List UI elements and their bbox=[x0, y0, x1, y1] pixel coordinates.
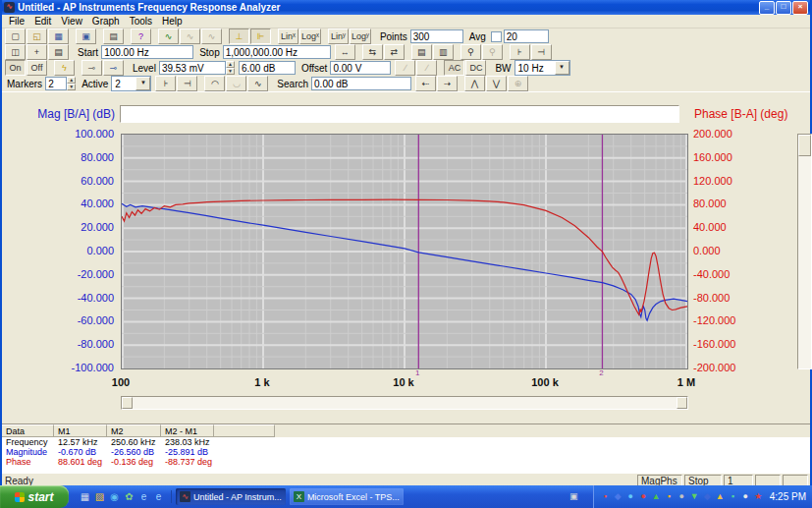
marker-right-limit-button[interactable]: ⊣ bbox=[177, 76, 197, 91]
level-db-input[interactable] bbox=[239, 61, 296, 75]
bw-dropdown[interactable]: 10 Hz ▼ bbox=[514, 60, 570, 76]
table-header-extra[interactable] bbox=[214, 424, 275, 437]
lin-y-button[interactable]: Linʸ bbox=[328, 28, 349, 44]
maximize-button[interactable]: □ bbox=[776, 1, 791, 15]
level-input[interactable] bbox=[159, 61, 226, 75]
marker-label-1[interactable]: 1 bbox=[415, 368, 419, 377]
pan-left-button[interactable]: ⇆ bbox=[362, 44, 383, 60]
probe-a-button[interactable]: ⊸ bbox=[81, 60, 102, 76]
bw-dropdown-arrow-icon[interactable]: ▼ bbox=[555, 61, 569, 75]
log-x-button[interactable]: Logˣ bbox=[299, 28, 321, 44]
sweep-file-button[interactable]: ▤ bbox=[48, 44, 69, 60]
burst-mode-button[interactable]: ϟ bbox=[54, 60, 75, 76]
tray-removable-icon[interactable]: ▣ bbox=[568, 491, 579, 502]
rising-edge-button[interactable]: ⋀ bbox=[464, 76, 485, 91]
table-header-data[interactable]: Data bbox=[2, 424, 54, 437]
vertical-pan-slider[interactable] bbox=[797, 134, 812, 369]
menu-graph[interactable]: Graph bbox=[87, 16, 125, 27]
avg-checkbox[interactable] bbox=[491, 31, 502, 42]
bode-plot[interactable] bbox=[121, 134, 688, 369]
quicklaunch-messenger-icon[interactable]: ✿ bbox=[123, 490, 135, 503]
mag-axis-toggle-button[interactable]: ⊥ bbox=[229, 28, 249, 44]
show-graph-button[interactable]: ∿ bbox=[158, 28, 179, 44]
tray-icon-6[interactable]: ▪ bbox=[664, 491, 675, 502]
sweep-setup-button[interactable]: ◫ bbox=[5, 44, 26, 60]
tray-icon-1[interactable]: ▪ bbox=[600, 491, 611, 502]
marker-label-2[interactable]: 2 bbox=[599, 368, 603, 377]
start-input[interactable] bbox=[101, 45, 193, 59]
tray-icon-5[interactable]: ▲ bbox=[651, 491, 662, 502]
menu-help[interactable]: Help bbox=[157, 16, 188, 27]
marker-left-limit-button[interactable]: ⊦ bbox=[155, 76, 176, 91]
print-button[interactable]: ▤ bbox=[103, 28, 124, 44]
tray-icon-9[interactable]: ◆ bbox=[702, 491, 713, 502]
save-button[interactable]: ▦ bbox=[48, 28, 69, 44]
dc-coupling-button[interactable]: DC bbox=[465, 60, 486, 76]
copy-button[interactable]: ▣ bbox=[76, 28, 96, 44]
v-slider-handle[interactable] bbox=[798, 135, 811, 156]
ac-coupling-button[interactable]: AC bbox=[444, 60, 464, 76]
phase-axis-toggle-button[interactable]: ⊩ bbox=[250, 28, 271, 44]
search-left-button[interactable]: ⇠ bbox=[415, 76, 436, 91]
h-slider-left-handle[interactable] bbox=[122, 397, 133, 409]
markers-spinner[interactable]: ▲▼ bbox=[67, 77, 76, 90]
source-on-button[interactable]: On bbox=[5, 60, 26, 76]
full-span-button[interactable]: ↔ bbox=[335, 44, 355, 60]
source-off-button[interactable]: Off bbox=[27, 60, 47, 76]
stop-input[interactable] bbox=[223, 45, 331, 59]
mag-limits-button[interactable]: ⊦ bbox=[510, 44, 530, 60]
level-spinner[interactable]: ▲▼ bbox=[226, 61, 235, 75]
quicklaunch-ie2-icon[interactable]: e bbox=[152, 490, 165, 503]
table-header-m2[interactable]: M2 bbox=[107, 424, 161, 437]
menu-tools[interactable]: Tools bbox=[125, 16, 157, 27]
task-button-1[interactable]: ∿Untitled - AP Instrum... bbox=[176, 488, 286, 505]
quicklaunch-folder-icon[interactable]: ▨ bbox=[93, 490, 106, 503]
h-slider-right-handle[interactable] bbox=[677, 397, 687, 409]
tray-icon-11[interactable]: ▪ bbox=[728, 491, 738, 502]
new-button[interactable]: ▢ bbox=[5, 28, 26, 44]
tray-icon-10[interactable]: ▲ bbox=[715, 491, 726, 502]
tray-icon-3[interactable]: ● bbox=[625, 491, 636, 502]
falling-edge-button[interactable]: ⋁ bbox=[486, 76, 507, 91]
sweep-span-button[interactable]: + bbox=[27, 44, 47, 60]
menu-file[interactable]: File bbox=[4, 16, 29, 27]
markers-input[interactable] bbox=[45, 77, 67, 90]
pan-right-button[interactable]: ⇄ bbox=[384, 44, 405, 60]
tray-icon-8[interactable]: ▼ bbox=[689, 491, 700, 502]
zoom-in-button[interactable]: ⚲ bbox=[460, 44, 481, 60]
quicklaunch-desktop-icon[interactable]: ▦ bbox=[79, 490, 91, 503]
search-input[interactable] bbox=[311, 77, 411, 90]
close-button[interactable]: × bbox=[792, 1, 808, 15]
probe-b-button[interactable]: ⊸ bbox=[103, 60, 124, 76]
recall-data-button[interactable]: ▥ bbox=[433, 44, 454, 60]
store-data-button[interactable]: ▤ bbox=[411, 44, 432, 60]
avg-input[interactable] bbox=[504, 29, 549, 43]
points-input[interactable] bbox=[410, 29, 463, 43]
menu-edit[interactable]: Edit bbox=[29, 16, 56, 27]
tray-icon-12[interactable]: ● bbox=[740, 491, 751, 502]
tray-icon-4[interactable]: ● bbox=[638, 491, 649, 502]
phase-limits-button[interactable]: ⊣ bbox=[531, 44, 552, 60]
quicklaunch-ie-icon[interactable]: e bbox=[137, 490, 150, 503]
search-right-button[interactable]: ⇢ bbox=[437, 76, 458, 91]
table-header-m2-m1[interactable]: M2 - M1 bbox=[161, 424, 214, 437]
offset-input[interactable] bbox=[330, 61, 391, 75]
task-button-2[interactable]: XMicrosoft Excel - TPS... bbox=[290, 488, 404, 505]
menu-view[interactable]: View bbox=[56, 16, 87, 27]
table-header-m1[interactable]: M1 bbox=[54, 424, 107, 437]
open-button[interactable]: ◱ bbox=[27, 28, 47, 44]
chart-title-strip[interactable] bbox=[120, 105, 679, 123]
tray-icon-13[interactable]: ★ bbox=[753, 491, 764, 502]
horizontal-pan-slider[interactable] bbox=[121, 396, 688, 410]
log-y-button[interactable]: Logʸ bbox=[350, 28, 371, 44]
lin-x-button[interactable]: Linˣ bbox=[278, 28, 298, 44]
help-button[interactable]: ? bbox=[131, 28, 151, 44]
quicklaunch-media-icon[interactable]: ◉ bbox=[108, 490, 121, 503]
active-dropdown-arrow-icon[interactable]: ▼ bbox=[135, 77, 150, 90]
start-button[interactable]: start bbox=[0, 485, 69, 508]
tray-icon-2[interactable]: ◆ bbox=[613, 491, 623, 502]
marker-mag-button[interactable]: ◠ bbox=[204, 76, 225, 91]
marker-both-button[interactable]: ∿ bbox=[247, 76, 268, 91]
minimize-button[interactable]: _ bbox=[759, 1, 775, 15]
tray-icon-7[interactable]: ● bbox=[677, 491, 687, 502]
